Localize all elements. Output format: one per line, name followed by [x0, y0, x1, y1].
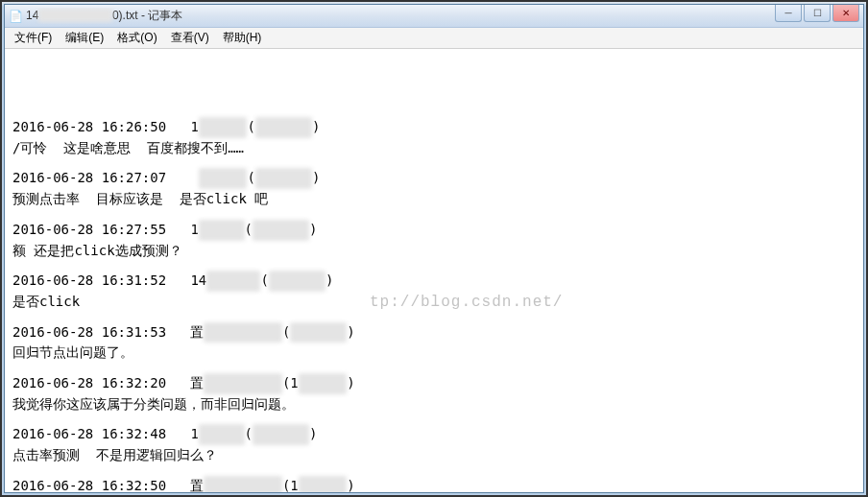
- menu-view[interactable]: 查看(V): [165, 28, 215, 48]
- paren-close: ): [309, 426, 317, 441]
- entry-body: 预测点击率 目标应该是 是否click 吧: [12, 189, 856, 210]
- id-prefix: 置: [166, 478, 204, 492]
- timestamp: 2016-06-28 16:31:52: [12, 272, 166, 288]
- id-prefix: 置: [166, 375, 204, 390]
- paren-close: ): [347, 324, 354, 340]
- timestamp: 2016-06-28 16:26:50: [12, 119, 166, 134]
- title-suffix: 0).txt - 记事本: [112, 9, 182, 22]
- notepad-window: 📄 14█████████0).txt - 记事本 ─ ☐ ✕ 文件(F) 编辑…: [4, 4, 864, 493]
- menu-format[interactable]: 格式(O): [111, 28, 162, 48]
- menu-help[interactable]: 帮助(H): [217, 28, 268, 48]
- minimize-button[interactable]: ─: [775, 5, 802, 22]
- menu-edit[interactable]: 编辑(E): [60, 28, 109, 48]
- entry-body: 回归节点出问题了。: [12, 343, 856, 364]
- id-prefix: 14: [166, 272, 206, 288]
- name-redacted: ████倩: [199, 220, 245, 241]
- title-redacted: █████████: [38, 9, 112, 22]
- entry-header: 2016-06-28 16:27:55 1████倩(███████): [12, 220, 856, 241]
- id-prefix: 置: [166, 324, 204, 340]
- name-redacted: ████倩: [199, 424, 245, 445]
- name-redacted: ████████彡: [204, 476, 281, 492]
- id-prefix: 1: [166, 222, 199, 237]
- paren-close: ): [347, 478, 354, 492]
- paren-open: (: [247, 119, 254, 134]
- entry-header: 2016-06-28 16:31:53 置████████彡(███████): [12, 322, 856, 343]
- timestamp: 2016-06-28 16:27:55: [12, 222, 166, 237]
- paren-redacted: ███████: [290, 322, 347, 343]
- name-redacted: ██████: [199, 117, 248, 138]
- timestamp: 2016-06-28 16:32:50: [12, 478, 166, 492]
- log-entry: 2016-06-28 16:31:52 14█████杰(███████)是否c…: [12, 271, 856, 312]
- paren-redacted: ███████: [269, 271, 326, 292]
- log-entry: 2016-06-28 16:31:53 置████████彡(███████)回…: [12, 322, 856, 364]
- timestamp: 2016-06-28 16:32:48: [12, 426, 166, 441]
- entry-body: /可怜 这是啥意思 百度都搜不到……: [12, 138, 856, 159]
- menubar: 文件(F) 编辑(E) 格式(O) 查看(V) 帮助(H): [5, 28, 863, 49]
- log-entry: 2016-06-28 16:26:50 1██████(███████)/可怜 …: [12, 117, 856, 158]
- paren-open: (1: [282, 375, 299, 390]
- title-prefix: 14: [26, 9, 38, 22]
- log-entry: 2016-06-28 16:27:55 1████倩(███████)额 还是把…: [12, 220, 856, 261]
- paren-redacted: ██████: [299, 373, 348, 394]
- entry-header: 2016-06-28 16:26:50 1██████(███████): [12, 117, 856, 138]
- name-redacted: █████杰: [206, 271, 260, 292]
- paren-open: (: [260, 272, 268, 288]
- id-prefix: 1: [166, 119, 199, 134]
- titlebar[interactable]: 📄 14█████████0).txt - 记事本 ─ ☐ ✕: [5, 5, 863, 28]
- close-button[interactable]: ✕: [832, 5, 859, 22]
- entry-body: 我觉得你这应该属于分类问题，而非回归问题。: [12, 394, 856, 415]
- paren-close: ): [309, 222, 317, 237]
- window-title: 14█████████0).txt - 记事本: [26, 8, 859, 24]
- maximize-button[interactable]: ☐: [804, 5, 831, 22]
- paren-redacted: ███████: [253, 220, 309, 241]
- entry-body: 点击率预测 不是用逻辑回归么？: [12, 445, 856, 466]
- paren-redacted: ██████: [299, 476, 348, 492]
- entry-header: 2016-06-28 16:32:48 1████倩(███████): [12, 424, 856, 445]
- log-entry: 2016-06-28 16:32:50 置████████彡(1██████)可…: [12, 476, 856, 492]
- entry-header: 2016-06-28 16:27:07 ██████(███████): [12, 168, 856, 189]
- text-area[interactable]: tp://blog.csdn.net/ 2016-06-28 16:26:50 …: [5, 49, 863, 492]
- paren-open: (: [245, 222, 253, 237]
- entry-header: 2016-06-28 16:32:20 置████████彡(1██████): [12, 373, 856, 394]
- entry-header: 2016-06-28 16:32:50 置████████彡(1██████): [12, 476, 856, 492]
- paren-redacted: ███████: [255, 168, 312, 189]
- name-redacted: ████████彡: [204, 373, 281, 394]
- menu-file[interactable]: 文件(F): [9, 28, 58, 48]
- log-entry: 2016-06-28 16:32:20 置████████彡(1██████)我…: [12, 373, 856, 414]
- paren-close: ): [312, 119, 320, 134]
- name-redacted: ████████彡: [204, 322, 281, 343]
- name-redacted: ██████: [199, 168, 248, 189]
- paren-open: (1: [282, 478, 299, 492]
- window-controls: ─ ☐ ✕: [775, 5, 859, 22]
- notepad-icon: 📄: [9, 10, 22, 23]
- entry-header: 2016-06-28 16:31:52 14█████杰(███████): [12, 271, 856, 292]
- paren-redacted: ███████: [253, 424, 309, 445]
- entry-body: 是否click: [12, 292, 856, 313]
- timestamp: 2016-06-28 16:27:07: [12, 170, 166, 185]
- log-entry: 2016-06-28 16:32:48 1████倩(███████)点击率预测…: [12, 424, 856, 465]
- log-entry: 2016-06-28 16:27:07 ██████(███████)预测点击率…: [12, 168, 856, 209]
- paren-open: (: [245, 426, 253, 441]
- timestamp: 2016-06-28 16:32:20: [12, 375, 166, 390]
- entry-body: 额 还是把click选成预测？: [12, 241, 856, 262]
- paren-close: ): [312, 170, 320, 185]
- id-prefix: 1: [166, 426, 199, 441]
- paren-close: ): [326, 272, 333, 288]
- paren-redacted: ███████: [255, 117, 312, 138]
- paren-close: ): [347, 375, 354, 390]
- timestamp: 2016-06-28 16:31:53: [12, 324, 166, 340]
- paren-open: (: [247, 170, 254, 185]
- id-prefix: [166, 170, 199, 185]
